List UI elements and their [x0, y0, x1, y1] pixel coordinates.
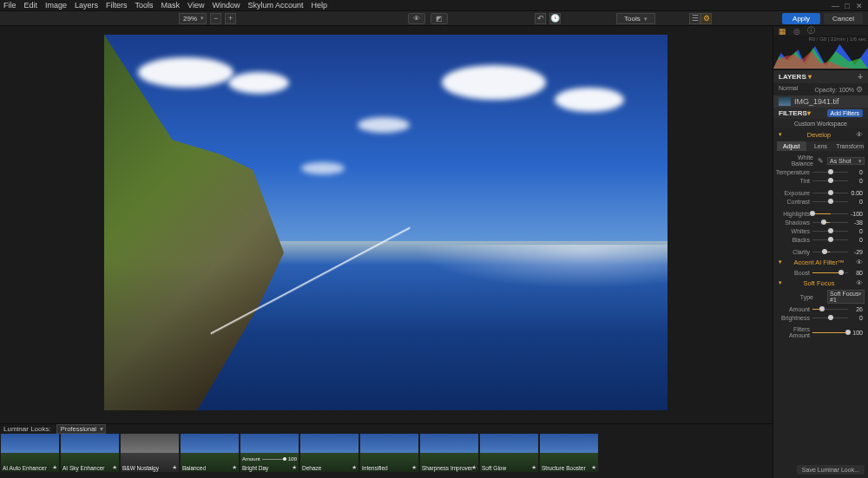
view-mode-info-button[interactable]: ☰: [689, 13, 700, 24]
develop-tint-slider[interactable]: [812, 177, 848, 184]
look-preset-structure-booster[interactable]: Structure Booster ★: [540, 434, 598, 472]
menu-tools[interactable]: Tools: [135, 1, 154, 10]
menu-edit[interactable]: Edit: [24, 1, 38, 10]
preset-fav-icon[interactable]: ★: [292, 464, 297, 471]
look-preset-intensified[interactable]: Intensified ★: [360, 434, 418, 472]
develop-blacks-slider[interactable]: [812, 236, 848, 243]
close-icon[interactable]: ✕: [856, 2, 863, 10]
workspace-select[interactable]: Custom Workspace: [773, 119, 868, 128]
panel-tab-layers-icon[interactable]: ◎: [793, 27, 800, 36]
softfocus-type-select[interactable]: Soft Focus #1: [827, 290, 865, 304]
develop-whites-slider[interactable]: [812, 227, 848, 234]
layer-opacity-value[interactable]: 100%: [838, 87, 854, 93]
toolbar: 29% − + 👁 ◩ ↶ 🕓 Tools ☰ ⚙ Apply Cancel: [0, 11, 868, 26]
develop-tab-transform[interactable]: Transform: [835, 141, 865, 151]
preset-fav-icon[interactable]: ★: [531, 464, 536, 471]
preset-fav-icon[interactable]: ★: [232, 464, 237, 471]
view-mode-panel-button[interactable]: ⚙: [700, 13, 712, 24]
add-layer-button[interactable]: +: [858, 72, 863, 82]
develop-temperature-row: Temperature 0: [773, 167, 868, 176]
canvas[interactable]: [0, 26, 773, 423]
look-preset-balanced[interactable]: Balanced ★: [181, 434, 239, 472]
look-preset-sharpness-improver[interactable]: Sharpness Improver ★: [420, 434, 478, 472]
look-preset-bright-day[interactable]: Amount100 Bright Day ★: [240, 434, 299, 472]
preset-fav-icon[interactable]: ★: [471, 464, 477, 471]
preset-amount[interactable]: Amount100: [242, 456, 297, 462]
zoom-select[interactable]: 29%: [179, 13, 207, 24]
filters-amount-slider[interactable]: [812, 329, 848, 336]
develop-contrast-slider[interactable]: [812, 198, 848, 205]
accent-visibility-icon[interactable]: 👁: [856, 259, 863, 266]
apply-button[interactable]: Apply: [782, 13, 820, 24]
preset-fav-icon[interactable]: ★: [52, 464, 57, 471]
menu-filters[interactable]: Filters: [106, 1, 128, 10]
menu-file[interactable]: File: [3, 1, 16, 10]
compare-button[interactable]: ◩: [431, 13, 448, 24]
cancel-button[interactable]: Cancel: [824, 13, 863, 24]
develop-exposure-slider[interactable]: [812, 189, 848, 196]
develop-header[interactable]: Develop👁: [773, 128, 868, 141]
zoom-out-button[interactable]: −: [210, 13, 221, 24]
preset-fav-icon[interactable]: ★: [112, 464, 117, 471]
develop-tab-lens[interactable]: Lens: [806, 141, 836, 151]
add-filters-button[interactable]: Add Filters: [827, 109, 863, 117]
softfocus-visibility-icon[interactable]: 👁: [856, 279, 863, 287]
develop-blacks-value: 0: [851, 237, 863, 243]
wb-eyedropper-icon[interactable]: ✎: [816, 156, 825, 165]
looks-bar: Luminar Looks: Professional: [0, 423, 773, 434]
develop-clarity-slider[interactable]: [812, 248, 848, 255]
menu-account[interactable]: Skylum Account: [247, 1, 303, 10]
softfocus-type-label: Type: [777, 294, 813, 300]
look-preset-b&w-nostalgy[interactable]: B&W Nostalgy ★: [121, 434, 179, 472]
preset-fav-icon[interactable]: ★: [172, 464, 177, 471]
develop-visibility-icon[interactable]: 👁: [856, 131, 863, 139]
maximize-icon[interactable]: □: [844, 2, 851, 10]
zoom-in-button[interactable]: +: [225, 13, 236, 24]
layer-thumb: [779, 97, 791, 106]
softfocus-amount-value: 26: [851, 306, 863, 312]
menu-layers[interactable]: Layers: [75, 1, 98, 10]
preset-name: Intensified: [362, 465, 388, 471]
wb-mode-select[interactable]: As Shot: [827, 157, 865, 165]
tools-dropdown[interactable]: Tools: [616, 13, 655, 24]
develop-highlights-slider[interactable]: [812, 210, 848, 217]
menu-view[interactable]: View: [187, 1, 204, 10]
panel-tab-histogram-icon[interactable]: ▦: [779, 27, 786, 36]
menu-window[interactable]: Window: [212, 1, 240, 10]
layer-item[interactable]: IMG_1941.tif: [773, 95, 868, 108]
develop-shadows-value: -38: [851, 219, 863, 226]
looks-category-select[interactable]: Professional: [56, 424, 106, 434]
look-preset-ai-sky-enhancer[interactable]: AI Sky Enhancer ★: [61, 434, 119, 472]
layer-name: IMG_1941.tif: [794, 97, 839, 106]
histogram[interactable]: R0 / G0 | 22mm | 1/6 sec: [773, 36, 868, 69]
softfocus-header[interactable]: Soft Focus👁: [773, 277, 868, 289]
history-button[interactable]: 🕓: [549, 13, 561, 24]
preset-fav-icon[interactable]: ★: [352, 464, 357, 471]
accent-header[interactable]: Accent AI Filter™👁: [773, 256, 868, 268]
layers-header[interactable]: LAYERS▾ +: [773, 69, 868, 83]
look-preset-ai-auto-enhancer[interactable]: AI Auto Enhancer ★: [1, 434, 59, 472]
softfocus-amount-slider[interactable]: [812, 305, 848, 312]
preset-fav-icon[interactable]: ★: [591, 464, 596, 471]
preset-name: AI Sky Enhancer: [62, 465, 104, 471]
menu-mask[interactable]: Mask: [161, 1, 181, 10]
preset-fav-icon[interactable]: ★: [411, 464, 417, 471]
softfocus-brightness-slider[interactable]: [812, 314, 848, 321]
minimize-icon[interactable]: —: [832, 2, 838, 10]
save-look-button[interactable]: Save Luminar Look...: [797, 465, 865, 475]
develop-shadows-slider[interactable]: [812, 219, 848, 226]
window-controls: — □ ✕: [826, 0, 868, 12]
develop-temperature-slider[interactable]: [812, 168, 848, 175]
softfocus-brightness-label: Brightness: [773, 315, 810, 321]
menu-image[interactable]: Image: [45, 1, 67, 10]
layer-blend-mode[interactable]: Normal: [779, 85, 799, 94]
layer-gear-icon[interactable]: ⚙: [856, 85, 863, 94]
look-preset-soft-glow[interactable]: Soft Glow ★: [480, 434, 538, 472]
image-preview[interactable]: [104, 35, 667, 410]
undo-button[interactable]: ↶: [535, 13, 546, 24]
menu-help[interactable]: Help: [312, 1, 328, 10]
look-preset-dehaze[interactable]: Dehaze ★: [300, 434, 358, 472]
preview-eye-button[interactable]: 👁: [408, 13, 425, 24]
accent-boost-slider[interactable]: [812, 269, 848, 276]
develop-tab-adjust[interactable]: Adjust: [777, 141, 806, 151]
